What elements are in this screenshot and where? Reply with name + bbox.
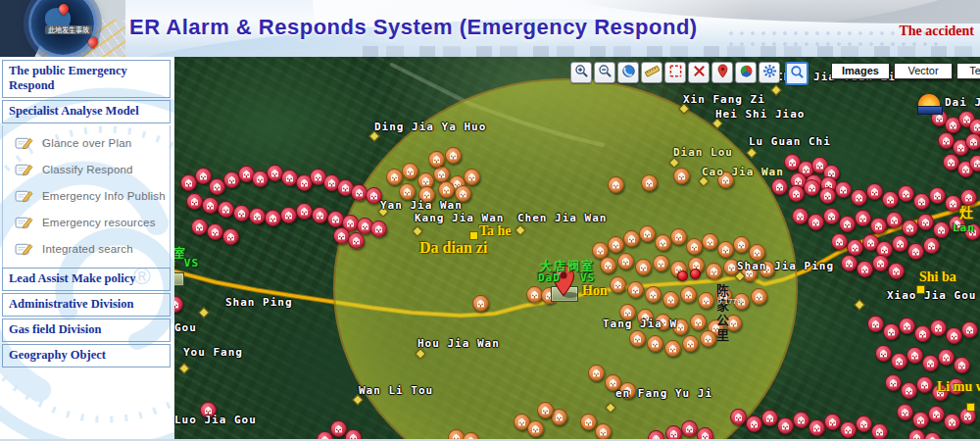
orange-building-marker[interactable] bbox=[445, 147, 462, 164]
red-building-marker[interactable] bbox=[793, 412, 809, 428]
red-building-marker[interactable] bbox=[777, 417, 794, 434]
layer-button-vector[interactable]: Vector bbox=[894, 63, 953, 79]
red-building-marker[interactable] bbox=[886, 212, 903, 228]
orange-building-marker[interactable] bbox=[702, 233, 718, 250]
orange-building-marker[interactable] bbox=[664, 340, 681, 357]
orange-building-marker[interactable] bbox=[653, 255, 669, 271]
orange-building-marker[interactable] bbox=[623, 230, 640, 247]
orange-building-marker[interactable] bbox=[608, 236, 624, 253]
red-building-marker[interactable] bbox=[928, 406, 945, 422]
settings-button[interactable] bbox=[759, 62, 780, 83]
red-building-marker[interactable] bbox=[908, 429, 925, 439]
red-building-marker[interactable] bbox=[792, 208, 808, 224]
orange-building-marker[interactable] bbox=[428, 151, 445, 168]
red-building-marker[interactable] bbox=[202, 197, 219, 214]
red-building-marker[interactable] bbox=[808, 419, 825, 436]
map-viewport[interactable]: Chen Jia Yuan ZiXin Fang ZiHei Shi JiaoL… bbox=[174, 57, 980, 439]
red-building-marker[interactable] bbox=[866, 183, 883, 200]
red-building-marker[interactable] bbox=[946, 327, 962, 344]
red-building-marker[interactable] bbox=[788, 185, 805, 202]
sidebar-item-classify-respond[interactable]: Classify Respond bbox=[3, 156, 170, 182]
red-building-marker[interactable] bbox=[965, 133, 980, 150]
layer-button-images[interactable]: Images bbox=[831, 63, 890, 79]
orange-building-marker[interactable] bbox=[647, 335, 663, 352]
red-building-marker[interactable] bbox=[847, 239, 863, 256]
orange-building-marker[interactable] bbox=[686, 238, 703, 255]
orange-building-marker[interactable] bbox=[595, 423, 612, 439]
zoom-in-button[interactable] bbox=[570, 62, 592, 83]
red-building-marker[interactable] bbox=[808, 214, 824, 230]
red-building-marker[interactable] bbox=[907, 243, 924, 260]
red-building-marker[interactable] bbox=[914, 325, 931, 342]
orange-building-marker[interactable] bbox=[641, 174, 658, 191]
red-building-marker[interactable] bbox=[207, 223, 223, 240]
sidebar-section-gas-field-division[interactable]: Gas field Division bbox=[2, 318, 171, 342]
orange-building-marker[interactable] bbox=[662, 291, 679, 308]
red-building-marker[interactable] bbox=[891, 353, 907, 369]
red-building-marker[interactable] bbox=[233, 205, 250, 221]
orange-building-marker[interactable] bbox=[399, 183, 416, 200]
pan-globe-button[interactable] bbox=[617, 62, 639, 83]
red-building-marker[interactable] bbox=[370, 220, 387, 237]
red-building-marker[interactable] bbox=[296, 203, 313, 220]
red-building-marker[interactable] bbox=[249, 208, 266, 224]
red-building-marker[interactable] bbox=[961, 321, 978, 338]
orange-building-marker[interactable] bbox=[639, 225, 656, 242]
red-building-marker[interactable] bbox=[841, 255, 858, 271]
red-building-marker[interactable] bbox=[191, 219, 208, 235]
orange-building-marker[interactable] bbox=[682, 335, 699, 352]
red-building-marker[interactable] bbox=[840, 421, 857, 438]
red-building-marker[interactable] bbox=[885, 374, 902, 391]
layers-button[interactable] bbox=[735, 62, 757, 83]
red-building-marker[interactable] bbox=[857, 261, 873, 277]
red-building-marker[interactable] bbox=[917, 214, 934, 230]
red-building-marker[interactable] bbox=[899, 318, 915, 334]
sidebar-section-the-public-emergency-respond[interactable]: The public Emergency Respond bbox=[2, 60, 171, 98]
orange-building-marker[interactable] bbox=[733, 236, 750, 253]
red-building-marker[interactable] bbox=[933, 221, 950, 238]
red-building-marker[interactable] bbox=[819, 187, 836, 204]
red-building-marker[interactable] bbox=[913, 193, 930, 210]
red-building-marker[interactable] bbox=[902, 220, 918, 236]
red-building-marker[interactable] bbox=[892, 235, 908, 252]
orange-building-marker[interactable] bbox=[627, 281, 644, 298]
red-building-marker[interactable] bbox=[761, 410, 778, 426]
clear-selection-button[interactable] bbox=[688, 62, 710, 83]
red-building-marker[interactable] bbox=[839, 216, 856, 232]
orange-building-marker[interactable] bbox=[670, 228, 687, 245]
red-building-marker[interactable] bbox=[883, 323, 900, 340]
layer-button-terrain[interactable]: Terrain bbox=[956, 63, 980, 79]
red-building-marker[interactable] bbox=[348, 232, 365, 249]
red-building-marker[interactable] bbox=[804, 179, 820, 196]
red-building-marker[interactable] bbox=[870, 218, 887, 234]
sidebar-item-glance-over-plan[interactable]: Glance over Plan bbox=[3, 129, 170, 156]
sidebar-section-lead-assist-make-policy[interactable]: Lead Assist Make policy bbox=[2, 268, 171, 291]
red-building-marker[interactable] bbox=[867, 316, 884, 332]
red-building-marker[interactable] bbox=[969, 155, 980, 172]
dome-station-icon[interactable] bbox=[917, 94, 941, 114]
red-building-marker[interactable] bbox=[771, 178, 788, 195]
red-building-marker[interactable] bbox=[665, 425, 682, 439]
red-building-marker[interactable] bbox=[280, 207, 297, 223]
red-building-marker[interactable] bbox=[898, 185, 914, 202]
orange-building-marker[interactable] bbox=[617, 253, 634, 270]
orange-building-marker[interactable] bbox=[706, 263, 722, 279]
red-building-marker[interactable] bbox=[345, 429, 362, 439]
orange-building-marker[interactable] bbox=[433, 166, 450, 182]
red-building-marker[interactable] bbox=[871, 423, 888, 439]
red-building-marker[interactable] bbox=[855, 210, 871, 226]
red-building-marker[interactable] bbox=[938, 349, 955, 366]
orange-building-marker[interactable] bbox=[472, 295, 489, 312]
red-building-marker[interactable] bbox=[930, 319, 947, 336]
add-marker-button[interactable] bbox=[711, 62, 733, 83]
orange-building-marker[interactable] bbox=[527, 420, 544, 437]
orange-building-marker[interactable] bbox=[610, 276, 626, 293]
orange-building-marker[interactable] bbox=[386, 169, 403, 185]
valve-station-icon[interactable] bbox=[174, 272, 184, 286]
red-building-marker[interactable] bbox=[929, 187, 946, 204]
red-building-marker[interactable] bbox=[912, 412, 929, 428]
red-building-marker[interactable] bbox=[922, 355, 939, 371]
sidebar-section-specialist-analyse-model[interactable]: Specialist Analyse Model bbox=[2, 100, 171, 123]
sidebar-section-administrative-division[interactable]: Administrative Division bbox=[2, 293, 171, 317]
red-building-marker[interactable] bbox=[888, 263, 905, 279]
